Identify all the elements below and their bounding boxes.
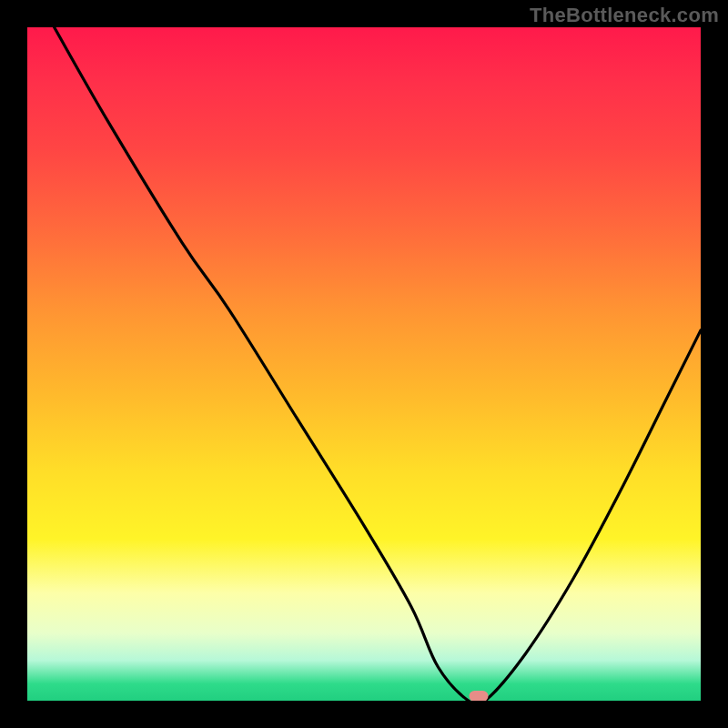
plot-area [27, 27, 701, 701]
watermark-text: TheBottleneck.com [530, 4, 719, 27]
optimal-marker [469, 691, 488, 701]
chart-frame: TheBottleneck.com [0, 0, 728, 728]
bottleneck-curve [27, 27, 701, 701]
